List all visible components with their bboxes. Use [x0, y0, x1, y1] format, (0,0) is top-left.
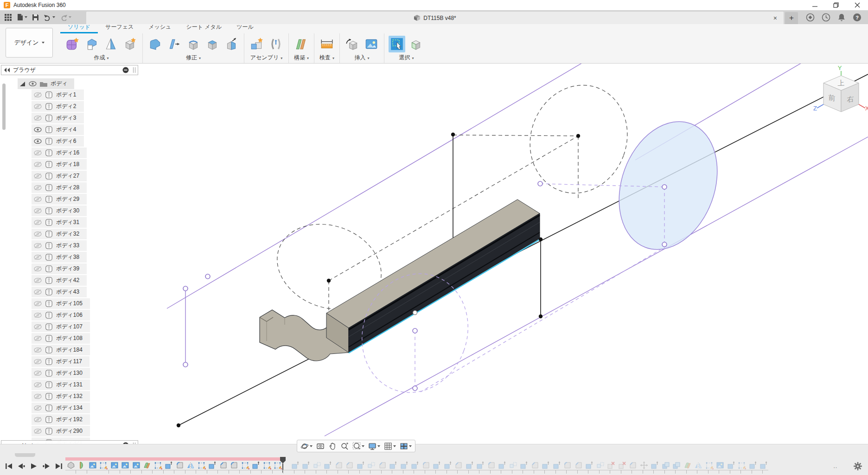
timeline-feature-chamfer[interactable] [345, 460, 356, 470]
timeline-feature-extrude[interactable] [251, 460, 262, 470]
visibility-eye-off-icon[interactable] [34, 231, 42, 237]
body-row[interactable]: ボディ106 [32, 309, 138, 321]
body-row[interactable]: ボディ38 [32, 251, 138, 263]
group-label-inspect[interactable]: 検査 [319, 53, 335, 63]
edge-midpoint-marker[interactable] [413, 311, 417, 315]
body-row[interactable]: ボディ132 [32, 391, 138, 402]
body-row[interactable]: ボディ1 [32, 89, 138, 101]
timeline-feature-sketch[interactable] [196, 460, 207, 470]
timeline-feature-fillet[interactable] [174, 460, 185, 470]
timeline-feature-extrude[interactable] [650, 460, 661, 470]
visibility-eye-icon[interactable] [34, 127, 42, 132]
timeline-skip-start-button[interactable] [5, 462, 13, 470]
body-row[interactable]: ボディ28 [32, 182, 138, 193]
visibility-eye-off-icon[interactable] [34, 301, 42, 306]
timeline-feature-extrude[interactable] [497, 460, 508, 470]
body-row[interactable]: ボディ3 [32, 112, 138, 124]
panel-resize-handle[interactable] [133, 67, 135, 73]
visibility-eye-off-icon[interactable] [34, 243, 42, 248]
timeline-feature-extrude[interactable] [301, 460, 312, 470]
timeline-feature-fillet[interactable] [229, 460, 240, 470]
workspace-selector[interactable]: デザイン [6, 28, 53, 58]
group-label-select[interactable]: 選択 [389, 53, 424, 63]
visibility-eye-off-icon[interactable] [34, 104, 42, 109]
body-row[interactable]: ボディ18 [32, 159, 138, 170]
body-row[interactable]: ボディ39 [32, 263, 138, 275]
timeline-feature-extrude[interactable] [747, 460, 759, 470]
timeline-feature-image[interactable] [87, 460, 98, 470]
body-row[interactable]: ボディ4 [32, 124, 138, 135]
collapse-panel-icon[interactable] [4, 68, 10, 72]
timeline-feature-sketch[interactable] [98, 460, 109, 470]
visibility-eye-off-icon[interactable] [34, 173, 42, 179]
new-component-button[interactable] [249, 36, 265, 52]
timeline-skip-end-button[interactable] [55, 462, 63, 470]
restore-button[interactable] [825, 0, 847, 10]
model-beam-body[interactable] [326, 199, 541, 353]
grid-settings-button[interactable] [383, 441, 397, 451]
document-tab-close-button[interactable]: × [772, 14, 779, 22]
timeline-feature-sketch[interactable] [153, 460, 164, 470]
viewports-button[interactable] [398, 441, 413, 451]
body-row[interactable]: ボディ42 [32, 275, 138, 286]
timeline-feature-image[interactable] [109, 460, 120, 470]
visibility-eye-off-icon[interactable] [34, 185, 42, 190]
viewcube[interactable]: Y 上 前 右 Z X [813, 64, 868, 119]
visibility-eye-off-icon[interactable] [34, 324, 42, 329]
timeline-settings-button[interactable] [853, 462, 862, 473]
visibility-eye-off-icon[interactable] [34, 208, 42, 213]
visibility-eye-off-icon[interactable] [34, 347, 42, 353]
timeline-feature-extrude[interactable] [207, 460, 218, 470]
display-settings-button[interactable] [367, 441, 382, 451]
visibility-eye-off-icon[interactable] [34, 371, 42, 376]
timeline-feature-extrude[interactable] [475, 460, 486, 470]
save-button[interactable] [31, 13, 40, 22]
group-label-create[interactable]: 作成 [64, 53, 138, 63]
timeline-feature-extrude[interactable] [541, 460, 552, 470]
visibility-eye-off-icon[interactable] [34, 289, 42, 295]
press-pull-button[interactable] [147, 36, 164, 52]
timeline-feature-extrude[interactable] [432, 460, 443, 470]
timeline-feature-extrude[interactable] [759, 460, 770, 470]
offset-face-button[interactable] [166, 36, 183, 52]
expand-triangle-icon[interactable] [19, 81, 26, 87]
visibility-eye-off-icon[interactable] [34, 197, 42, 202]
insert-derive-button[interactable] [344, 36, 361, 52]
timeline-feature-fillet[interactable] [486, 460, 497, 470]
timeline-collapse-handle[interactable] [15, 453, 35, 457]
timeline-feature-chamfer[interactable] [530, 460, 541, 470]
timeline-feature-pattern[interactable] [595, 460, 606, 470]
timeline-feature-extrude[interactable] [726, 460, 737, 470]
timeline-step-back-button[interactable] [17, 462, 26, 470]
fillet-button[interactable] [185, 36, 202, 52]
group-label-modify[interactable]: 修正 [147, 53, 240, 63]
visibility-eye-off-icon[interactable] [34, 405, 42, 411]
primitive-box-button[interactable] [121, 36, 138, 52]
timeline-feature-chamfer[interactable] [628, 460, 639, 470]
help-icon[interactable]: ? [853, 13, 862, 22]
timeline-overflow-ellipsis[interactable]: ‥ [833, 462, 838, 469]
group-label-construct[interactable]: 構築 [293, 53, 310, 63]
document-tab[interactable]: DT115B v48* × [86, 12, 784, 24]
orbit-button[interactable] [299, 441, 314, 451]
timeline-feature-image[interactable] [715, 460, 726, 470]
redo-button[interactable] [58, 13, 73, 22]
select-button[interactable] [389, 36, 405, 52]
job-status-icon[interactable] [822, 13, 830, 22]
timeline-feature-extrude[interactable] [323, 460, 334, 470]
browser-header[interactable]: ブラウザ [1, 65, 138, 75]
timeline-feature-combine[interactable] [671, 460, 683, 470]
body-row[interactable]: ボディ290 [32, 425, 138, 437]
create-form-button[interactable] [64, 36, 81, 52]
visibility-eye-icon[interactable] [34, 139, 42, 144]
close-button[interactable] [847, 0, 868, 10]
file-menu-button[interactable] [15, 13, 29, 22]
timeline-feature-image[interactable] [120, 460, 131, 470]
timeline-feature-extrude[interactable] [519, 460, 530, 470]
notifications-icon[interactable] [837, 13, 846, 22]
timeline-feature-sketch[interactable] [240, 460, 251, 470]
visibility-eye-off-icon[interactable] [34, 359, 42, 364]
extrude-button[interactable] [83, 36, 100, 52]
timeline-feature-sketch[interactable] [737, 460, 748, 470]
body-row[interactable]: ボディ184 [32, 344, 138, 356]
